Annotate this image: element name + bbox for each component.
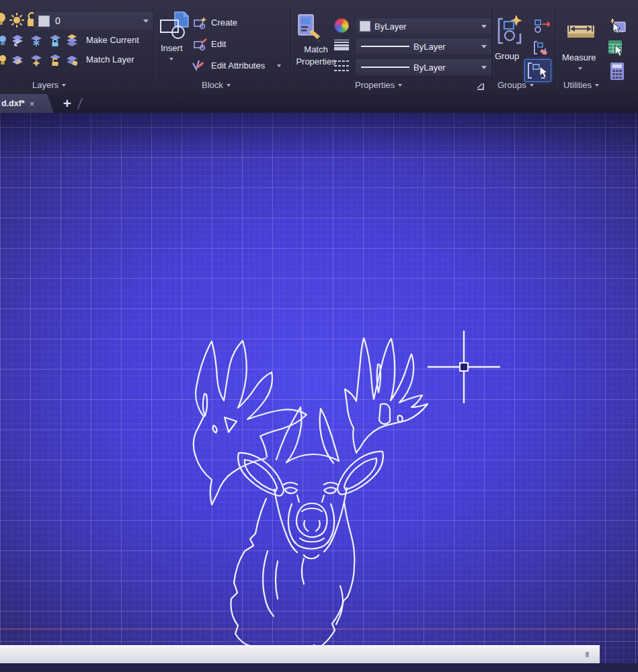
chevron-down-icon: [481, 25, 487, 28]
close-tab-icon[interactable]: ×: [30, 99, 35, 109]
create-block-button[interactable]: Create: [211, 17, 237, 28]
drawing-canvas[interactable]: [0, 113, 638, 672]
block-panel-title[interactable]: Block: [202, 80, 231, 90]
panel-separator: [555, 5, 556, 89]
bulb-icon[interactable]: [0, 12, 7, 27]
edit-block-button[interactable]: Edit: [211, 39, 226, 49]
create-icon[interactable]: [194, 16, 207, 30]
layer-thaw-icon[interactable]: [30, 53, 43, 67]
make-current-icon[interactable]: [65, 34, 79, 47]
file-tab-label: d.dxf*: [1, 99, 25, 108]
new-tab-button[interactable]: +: [55, 94, 79, 113]
lineweight-value: ByLayer: [413, 42, 446, 52]
linetype-value: ByLayer: [413, 62, 446, 73]
color-swatch: [360, 21, 370, 32]
chevron-down-icon: [595, 84, 599, 87]
chevron-down-icon: [277, 65, 281, 67]
lineweight-sample: [361, 46, 409, 47]
layer-freeze-icon[interactable]: [30, 34, 43, 47]
layer-dropdown-value: 0: [55, 15, 61, 26]
linetype-sample: [361, 67, 409, 68]
id-point-icon[interactable]: [609, 62, 625, 81]
edit-attributes-icon[interactable]: [192, 59, 205, 73]
scrollbar-grip-icon: [586, 652, 589, 657]
chevron-down-icon: [481, 66, 487, 69]
color-wheel-icon: [334, 18, 349, 33]
make-current-button[interactable]: Make Current: [86, 35, 139, 45]
group-selection-icon[interactable]: [524, 59, 551, 82]
match-layer-icon[interactable]: [65, 53, 79, 67]
chevron-down-icon: [62, 84, 66, 87]
quick-calc-icon[interactable]: [607, 39, 625, 56]
layer-dropdown[interactable]: 0: [34, 11, 155, 31]
measure-button[interactable]: Measure: [562, 52, 596, 62]
chevron-down-icon: [143, 19, 149, 23]
edit-icon[interactable]: [194, 38, 207, 51]
file-tab-bar: d.dxf* × +: [0, 94, 638, 113]
group-icon[interactable]: [496, 13, 528, 47]
chevron-down-icon: [227, 84, 231, 87]
chevron-down-icon: [398, 84, 402, 87]
object-color-value: ByLayer: [374, 22, 407, 32]
autocad-window: 0 Make Cur: [0, 0, 638, 672]
chevron-down-icon: [578, 67, 582, 70]
panel-separator: [290, 5, 291, 89]
layer-isolate-icon[interactable]: [0, 34, 9, 47]
layer-color-swatch: [38, 15, 50, 27]
lineweight-icon: [334, 38, 349, 52]
measure-icon[interactable]: [567, 23, 595, 42]
object-color-dropdown[interactable]: ByLayer: [355, 17, 492, 35]
match-properties-button[interactable]: Match: [294, 44, 337, 54]
ribbon: 0 Make Cur: [0, 0, 638, 94]
group-edit-icon[interactable]: [532, 40, 549, 58]
horizontal-scrollbar[interactable]: [0, 645, 600, 664]
match-layer-button[interactable]: Match Layer: [86, 54, 134, 65]
chevron-down-icon: [169, 58, 173, 60]
insert-icon[interactable]: [159, 11, 190, 42]
insert-button[interactable]: Insert: [161, 43, 183, 53]
chevron-down-icon: [530, 84, 534, 87]
layer-on-icon[interactable]: [0, 53, 9, 67]
pickbox: [460, 363, 468, 371]
ungroup-icon[interactable]: [534, 19, 550, 35]
deer-line-drawing[interactable]: [186, 329, 436, 665]
groups-panel-title[interactable]: Groups: [497, 80, 534, 90]
match-properties-icon[interactable]: [296, 13, 323, 43]
crosshair-cursor[interactable]: [428, 331, 500, 403]
layer-unlock-icon[interactable]: [48, 53, 62, 67]
edit-attributes-button[interactable]: Edit Attributes: [211, 60, 265, 71]
linetype-dropdown[interactable]: ByLayer: [355, 58, 492, 76]
quick-select-icon[interactable]: [608, 17, 626, 35]
panel-separator: [492, 5, 493, 89]
panel-launcher-icon[interactable]: [477, 83, 484, 90]
chevron-down-icon: [481, 45, 487, 48]
canvas-shade: [0, 113, 638, 160]
layer-lock-icon[interactable]: [48, 34, 62, 47]
panel-separator: [153, 5, 154, 89]
layer-previous-icon[interactable]: [11, 53, 24, 67]
group-button[interactable]: Group: [495, 51, 519, 61]
layers-panel-title[interactable]: Layers: [32, 80, 66, 90]
properties-panel-title[interactable]: Properties: [355, 80, 402, 90]
sun-icon[interactable]: [9, 12, 24, 28]
linetype-icon: [334, 59, 349, 73]
utilities-panel-title[interactable]: Utilities: [563, 80, 599, 90]
file-tab[interactable]: d.dxf* ×: [0, 94, 54, 113]
bottom-bar: [0, 663, 638, 672]
lineweight-dropdown[interactable]: ByLayer: [355, 38, 492, 55]
layer-walk-icon[interactable]: [11, 34, 24, 47]
